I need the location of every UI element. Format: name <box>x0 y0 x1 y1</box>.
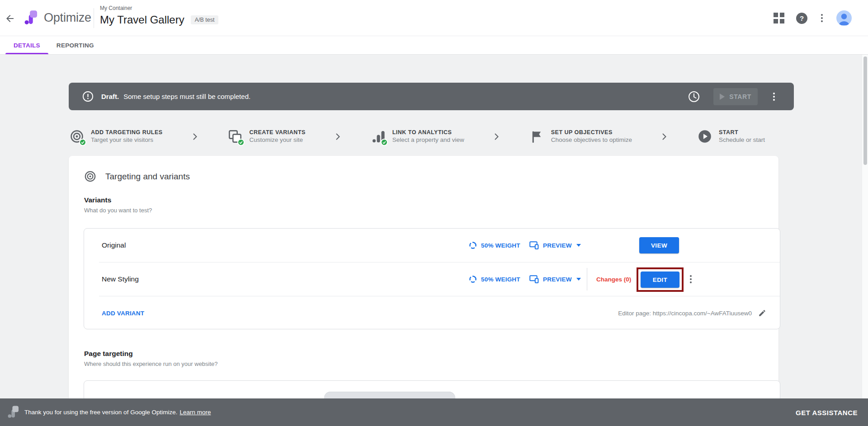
targeting-and-variants-card: Targeting and variants Variants What do … <box>69 156 778 398</box>
variants-list: Original 50% WEIGHT PREVIEW VIEW <box>84 228 780 329</box>
tab-details[interactable]: DETAILS <box>5 36 48 54</box>
play-circle-icon <box>697 128 713 145</box>
variant-row-original: Original 50% WEIGHT PREVIEW VIEW <box>84 229 780 262</box>
variants-subheading: What do you want to test? <box>84 207 152 214</box>
help-icon[interactable]: ? <box>796 13 807 24</box>
chevron-down-icon <box>576 244 581 247</box>
tab-reporting[interactable]: REPORTING <box>48 36 102 54</box>
edit-button[interactable]: EDIT <box>641 272 679 288</box>
variants-icon <box>227 128 243 145</box>
banner-kebab-menu-icon[interactable] <box>771 91 777 103</box>
learn-more-link[interactable]: Learn more <box>179 409 211 416</box>
status-banner: Draft.Some setup steps must still be com… <box>69 83 794 110</box>
variants-heading: Variants <box>84 196 152 205</box>
check-icon <box>79 139 86 146</box>
footer-message: Thank you for using the free version of … <box>24 409 177 416</box>
bullseye-icon <box>84 170 96 183</box>
apps-grid-icon[interactable] <box>774 13 784 23</box>
vertical-divider <box>587 268 587 290</box>
app-name: Optimize <box>44 11 91 25</box>
schedule-clock-icon[interactable] <box>688 91 700 103</box>
scrollbar <box>862 55 868 398</box>
edit-pencil-icon[interactable] <box>758 309 766 317</box>
devices-icon <box>529 241 539 249</box>
weight-icon <box>469 241 477 249</box>
step-link-to-analytics[interactable]: LINK TO ANALYTICSSelect a property and v… <box>370 128 464 145</box>
play-icon <box>720 94 725 100</box>
page-targeting-heading: Page targeting <box>84 349 218 358</box>
header-kebab-menu-icon[interactable] <box>819 12 825 24</box>
flag-icon <box>529 128 545 145</box>
section-title: Targeting and variants <box>105 172 190 182</box>
weight-icon <box>469 275 477 283</box>
alert-icon <box>82 91 94 102</box>
step-add-targeting-rules[interactable]: ADD TARGETING RULESTarget your site visi… <box>69 128 163 145</box>
optimize-logo-icon <box>24 9 38 28</box>
editor-page-url: Editor page: https://cincopa.com/~AwFATi… <box>618 310 752 317</box>
experience-type-badge: A/B test <box>191 15 219 24</box>
bullseye-icon <box>69 128 85 145</box>
variant-name: Original <box>102 241 126 249</box>
app-footer: Thank you for using the free version of … <box>0 398 868 426</box>
main-content: Draft.Some setup steps must still be com… <box>0 55 868 398</box>
container-label: My Container <box>100 5 218 12</box>
start-button[interactable]: START <box>713 88 758 105</box>
step-set-up-objectives[interactable]: SET UP OBJECTIVESChoose objectives to op… <box>529 128 632 145</box>
back-arrow-icon[interactable] <box>4 12 16 25</box>
check-icon <box>237 139 245 146</box>
header-divider <box>94 8 94 28</box>
view-button[interactable]: VIEW <box>639 237 679 253</box>
weight-link[interactable]: 50% WEIGHT <box>469 275 520 283</box>
variant-kebab-menu-icon[interactable] <box>688 273 693 285</box>
banner-message: Draft.Some setup steps must still be com… <box>101 93 250 100</box>
chevron-right-icon <box>660 132 669 141</box>
tab-bar: DETAILS REPORTING <box>0 36 868 55</box>
avatar[interactable] <box>836 10 852 26</box>
check-icon <box>381 139 388 146</box>
weight-link[interactable]: 50% WEIGHT <box>469 241 520 249</box>
chevron-right-icon <box>333 132 342 141</box>
preview-link[interactable]: PREVIEW <box>529 241 581 249</box>
step-start[interactable]: STARTSchedule or start <box>697 128 765 145</box>
add-variant-button[interactable]: ADD VARIANT <box>102 310 144 317</box>
analytics-icon <box>370 128 387 145</box>
status-label: Draft. <box>101 93 119 100</box>
devices-icon <box>529 275 539 283</box>
annotation-highlight: EDIT <box>637 267 684 292</box>
chevron-down-icon <box>576 278 581 281</box>
step-create-variants[interactable]: CREATE VARIANTSCustomize your site <box>227 128 305 145</box>
page-title: My Travel Gallery <box>100 13 184 27</box>
app-header: Optimize My Container My Travel Gallery … <box>0 0 868 36</box>
floating-panel-edge <box>324 392 455 398</box>
get-assistance-button[interactable]: GET ASSISTANCE <box>796 408 858 416</box>
changes-link[interactable]: Changes (0) <box>596 276 631 283</box>
variant-row-new-styling: New Styling 50% WEIGHT PREVIEW Changes (… <box>84 262 780 296</box>
preview-link[interactable]: PREVIEW <box>529 275 581 283</box>
chevron-right-icon <box>190 132 199 141</box>
variant-name: New Styling <box>102 275 139 283</box>
page-targeting-subheading: Where should this experience run on your… <box>84 360 218 367</box>
chevron-right-icon <box>492 132 501 141</box>
scrollbar-thumb[interactable] <box>863 56 867 165</box>
setup-steps: ADD TARGETING RULESTarget your site visi… <box>69 122 765 151</box>
optimize-logo-gray-icon <box>7 405 19 420</box>
variant-footer-row: ADD VARIANT Editor page: https://cincopa… <box>84 296 780 330</box>
breadcrumb: My Container My Travel Gallery A/B test <box>100 5 218 27</box>
